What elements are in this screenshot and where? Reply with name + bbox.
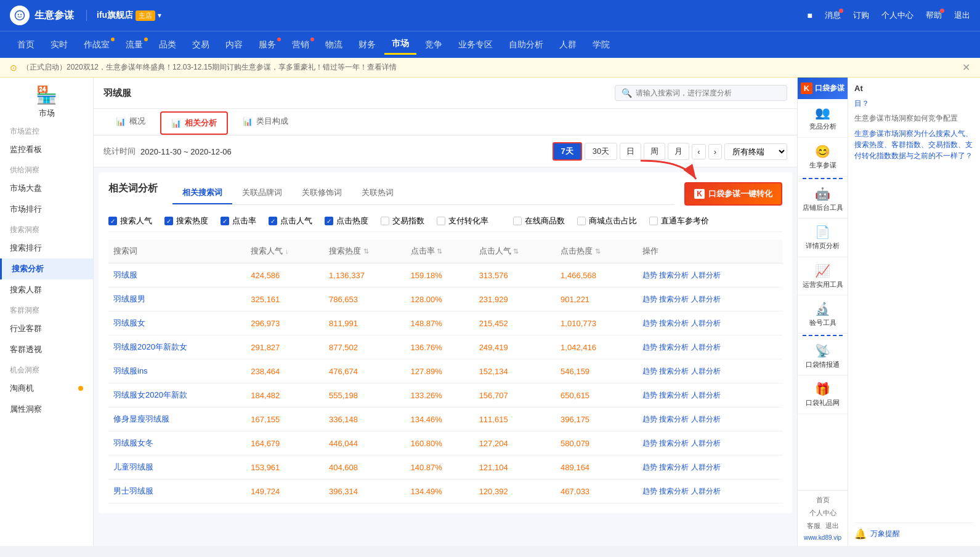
sidebar-item-attribute[interactable]: 属性洞察 (0, 399, 93, 420)
action-link-搜索分析[interactable]: 搜索分析 (659, 343, 689, 351)
rp-item-compete[interactable]: 👥 竞品分析 (798, 99, 848, 138)
action-link-搜索分析[interactable]: 搜索分析 (659, 487, 689, 495)
store-dropdown-icon[interactable]: ▾ (158, 11, 161, 20)
action-link-人群分析[interactable]: 人群分析 (691, 319, 721, 327)
chat-q2[interactable]: 生意参谋市场洞察为什么搜索人气、搜索热度、客群指数、交易指数、支付转化指数数据与… (854, 128, 974, 161)
rp-nav-profile[interactable]: 个人中心 (808, 507, 838, 519)
cb-click-rate[interactable]: ✓ 点击率 (221, 215, 256, 226)
menu-logistics[interactable]: 物流 (318, 36, 350, 54)
action-link-人群分析[interactable]: 人群分析 (691, 415, 721, 423)
rp-nav-logout[interactable]: 退出 (824, 520, 841, 532)
convert-button[interactable]: K 口袋参谋一键转化 (684, 182, 782, 206)
action-link-趋势[interactable]: 趋势 (642, 487, 657, 495)
tab-related[interactable]: 📊 相关分析 (160, 111, 228, 135)
subtab-brand[interactable]: 关联品牌词 (232, 182, 292, 204)
action-link-趋势[interactable]: 趋势 (642, 319, 657, 327)
menu-realtime[interactable]: 实时 (43, 36, 75, 54)
message-link[interactable]: 消息 (825, 10, 841, 21)
rp-item-ops[interactable]: 📈 运营实用工具 (798, 257, 848, 295)
menu-trade[interactable]: 交易 (185, 36, 217, 54)
action-link-人群分析[interactable]: 人群分析 (691, 463, 721, 471)
action-link-趋势[interactable]: 趋势 (642, 463, 657, 471)
action-link-人群分析[interactable]: 人群分析 (691, 391, 721, 399)
sidebar-item-search-crowd[interactable]: 搜索人群 (0, 279, 93, 300)
action-link-趋势[interactable]: 趋势 (642, 343, 657, 351)
rp-nav-service[interactable]: 客服 (805, 520, 822, 532)
action-link-趋势[interactable]: 趋势 (642, 271, 657, 279)
action-link-人群分析[interactable]: 人群分析 (691, 295, 721, 303)
sidebar-item-market-rank[interactable]: 市场排行 (0, 199, 93, 220)
rp-item-info[interactable]: 📡 口袋情报通 (798, 337, 848, 375)
action-link-搜索分析[interactable]: 搜索分析 (659, 271, 689, 279)
menu-biz-zone[interactable]: 业务专区 (451, 36, 500, 54)
sidebar-item-taoshangji[interactable]: 淘商机 (0, 378, 93, 399)
search-box[interactable]: 🔍 (615, 85, 787, 101)
cb-online-count[interactable]: 在线商品数 (513, 215, 565, 226)
btn-30day[interactable]: 30天 (585, 143, 617, 160)
col-search-heat[interactable]: 搜索热度 ⇅ (324, 239, 405, 263)
action-link-人群分析[interactable]: 人群分析 (691, 271, 721, 279)
menu-home[interactable]: 首页 (10, 36, 42, 54)
cb-click-pop[interactable]: ✓ 点击人气 (269, 215, 312, 226)
cb-mall-click[interactable]: 商城点击占比 (577, 215, 637, 226)
action-link-趋势[interactable]: 趋势 (642, 415, 657, 423)
sidebar-item-market-board[interactable]: 市场大盘 (0, 178, 93, 199)
action-link-人群分析[interactable]: 人群分析 (691, 439, 721, 447)
cb-train-price[interactable]: 直通车参考价 (649, 215, 709, 226)
menu-market[interactable]: 市场 (384, 34, 416, 55)
menu-compete[interactable]: 竞争 (418, 36, 450, 54)
action-link-搜索分析[interactable]: 搜索分析 (659, 319, 689, 327)
action-link-趋势[interactable]: 趋势 (642, 439, 657, 447)
search-input[interactable] (636, 89, 780, 97)
action-link-搜索分析[interactable]: 搜索分析 (659, 367, 689, 375)
subtab-modifier[interactable]: 关联修饰词 (292, 182, 352, 204)
sidebar-item-customer-view[interactable]: 客群透视 (0, 339, 93, 360)
btn-week[interactable]: 周 (644, 143, 665, 160)
sidebar-item-monitor-board[interactable]: 监控看板 (0, 139, 93, 160)
menu-category[interactable]: 品类 (152, 36, 184, 54)
menu-crowd[interactable]: 人群 (552, 36, 584, 54)
col-search-pop[interactable]: 搜索人气 ↓ (246, 239, 324, 263)
cb-pay-rate[interactable]: 支付转化率 (437, 215, 488, 226)
logout-link[interactable]: 退出 (954, 10, 970, 21)
cb-search-heat[interactable]: ✓ 搜索热度 (164, 215, 208, 226)
cb-trade[interactable]: 交易指数 (381, 215, 424, 226)
action-link-人群分析[interactable]: 人群分析 (691, 487, 721, 495)
action-link-趋势[interactable]: 趋势 (642, 295, 657, 303)
rp-nav-home[interactable]: 首页 (814, 494, 832, 506)
action-link-人群分析[interactable]: 人群分析 (691, 343, 721, 351)
action-link-趋势[interactable]: 趋势 (642, 367, 657, 375)
btn-month[interactable]: 月 (668, 143, 689, 160)
sidebar-item-industry-customer[interactable]: 行业客群 (0, 318, 93, 339)
btn-day[interactable]: 日 (620, 143, 641, 160)
col-click-heat[interactable]: 点击热度 ⇅ (556, 239, 637, 263)
action-link-搜索分析[interactable]: 搜索分析 (659, 295, 689, 303)
menu-warroom[interactable]: 作战室 (76, 36, 117, 54)
action-link-搜索分析[interactable]: 搜索分析 (659, 391, 689, 399)
announce-close[interactable]: ✕ (962, 62, 970, 73)
col-click-pop[interactable]: 点击人气 ⇅ (474, 239, 556, 263)
menu-service[interactable]: 服务 (251, 36, 283, 54)
subtab-related-search[interactable]: 相关搜索词 (172, 182, 232, 204)
btn-7day[interactable]: 7天 (553, 142, 582, 161)
menu-academy[interactable]: 学院 (585, 36, 617, 54)
action-link-趋势[interactable]: 趋势 (642, 391, 657, 399)
action-link-搜索分析[interactable]: 搜索分析 (659, 415, 689, 423)
btn-next[interactable]: › (708, 144, 722, 159)
sidebar-item-search-rank[interactable]: 搜索排行 (0, 238, 93, 258)
help-link[interactable]: 帮助 (926, 10, 942, 21)
chat-q1[interactable]: 目？ (854, 98, 974, 109)
btn-prev[interactable]: ‹ (692, 144, 705, 159)
cb-click-heat[interactable]: ✓ 点击热度 (325, 215, 368, 226)
profile-link[interactable]: 个人中心 (881, 10, 913, 21)
menu-finance[interactable]: 财务 (351, 36, 383, 54)
tab-category[interactable]: 📊 类目构成 (230, 109, 301, 135)
action-link-人群分析[interactable]: 人群分析 (691, 367, 721, 375)
order-link[interactable]: 订购 (853, 10, 869, 21)
menu-self-analysis[interactable]: 自助分析 (501, 36, 551, 54)
rp-item-detail[interactable]: 📄 详情页分析 (798, 218, 848, 257)
menu-flow[interactable]: 流量 (118, 36, 150, 54)
rp-item-store-tool[interactable]: 🤖 店铺后台工具 (798, 180, 848, 218)
rp-item-verify[interactable]: 🔬 验号工具 (798, 295, 848, 334)
menu-content[interactable]: 内容 (218, 36, 250, 54)
